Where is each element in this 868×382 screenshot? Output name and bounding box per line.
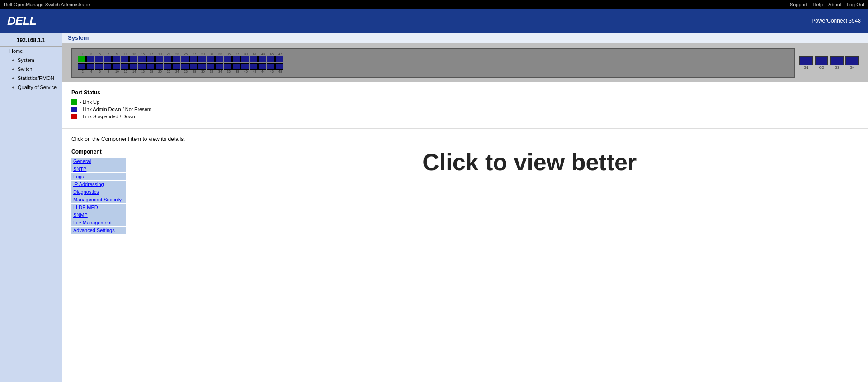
port-top-5[interactable] — [95, 56, 103, 62]
about-link[interactable]: About — [828, 2, 841, 7]
port-top-3[interactable] — [86, 56, 94, 62]
port-bottom-44[interactable] — [258, 63, 266, 70]
port-bottom-14[interactable] — [129, 63, 137, 70]
port-top-27[interactable] — [189, 56, 198, 62]
component-link-lldp-med[interactable]: LLDP MED — [71, 204, 126, 211]
port-top-13[interactable] — [129, 56, 137, 62]
port-top-25[interactable] — [181, 56, 189, 62]
port-top-23[interactable] — [172, 56, 180, 62]
sidebar: 192.168.1.1 − Home + System + Switch + S… — [0, 33, 62, 382]
port-bottom-4[interactable] — [86, 63, 94, 70]
port-bottom-12[interactable] — [121, 63, 129, 70]
port-num-top-11: 11 — [122, 52, 130, 56]
port-num-top-15: 15 — [139, 52, 147, 56]
port-top-15[interactable] — [138, 56, 146, 62]
port-bottom-40[interactable] — [241, 63, 249, 70]
port-bottom-20[interactable] — [155, 63, 163, 70]
port-top-11[interactable] — [121, 56, 129, 62]
statistics-expand-icon: + — [10, 75, 16, 81]
port-num-bottom-42: 42 — [250, 70, 259, 73]
port-bottom-28[interactable] — [189, 63, 198, 70]
status-suspended-down: - Link Suspended / Down — [71, 114, 859, 119]
page-title: System — [68, 34, 89, 41]
port-top-31[interactable] — [207, 56, 215, 62]
port-bottom-2[interactable] — [78, 63, 86, 70]
component-section: Click on the Component item to view its … — [62, 129, 868, 242]
port-top-33[interactable] — [215, 56, 223, 62]
port-num-bottom-28: 28 — [190, 70, 198, 73]
status-link-up: - Link Up — [71, 99, 859, 105]
port-bottom-6[interactable] — [95, 63, 103, 70]
port-num-bottom-22: 22 — [165, 70, 173, 73]
component-link-file-management[interactable]: File Management — [71, 219, 126, 226]
port-bottom-22[interactable] — [164, 63, 172, 70]
port-num-bottom-30: 30 — [199, 70, 207, 73]
port-bottom-16[interactable] — [138, 63, 146, 70]
port-top-39[interactable] — [241, 56, 249, 62]
component-links: GeneralSNTPLogsIP AddressingDiagnosticsM… — [71, 158, 859, 234]
sidebar-item-system[interactable]: + System — [0, 56, 62, 65]
port-bottom-30[interactable] — [198, 63, 206, 70]
port-num-bottom-34: 34 — [216, 70, 224, 73]
port-top-45[interactable] — [267, 56, 275, 62]
sidebar-item-statistics[interactable]: + Statistics/RMON — [0, 74, 62, 83]
port-bottom-38[interactable] — [232, 63, 241, 70]
component-link-diagnostics[interactable]: Diagnostics — [71, 188, 126, 196]
port-top-43[interactable] — [258, 56, 266, 62]
top-bar-links: Support Help About Log Out — [790, 2, 864, 7]
port-top-37[interactable] — [232, 56, 241, 62]
sidebar-item-qos[interactable]: + Quality of Service — [0, 83, 62, 92]
port-bottom-34[interactable] — [215, 63, 223, 70]
port-bottom-10[interactable] — [112, 63, 120, 70]
component-link-advanced-settings[interactable]: Advanced Settings — [71, 227, 126, 234]
component-link-snmp[interactable]: SNMP — [71, 211, 126, 219]
port-top-47[interactable] — [275, 56, 283, 62]
status-label-admin-down: - Link Admin Down / Not Present — [80, 107, 151, 112]
uplink-section: G1 G2 G3 G4 — [799, 56, 859, 70]
port-bottom-8[interactable] — [104, 63, 112, 70]
component-link-logs[interactable]: Logs — [71, 173, 126, 180]
uplink-label-g4: G4 — [850, 65, 855, 70]
ip-address[interactable]: 192.168.1.1 — [0, 34, 62, 47]
port-bottom-48[interactable] — [275, 63, 283, 70]
port-num-top-39: 39 — [242, 52, 250, 56]
sidebar-item-switch[interactable]: + Switch — [0, 65, 62, 74]
port-top-9[interactable] — [112, 56, 120, 62]
sidebar-item-home[interactable]: − Home — [0, 47, 62, 56]
port-bottom-42[interactable] — [250, 63, 258, 70]
port-top-17[interactable] — [146, 56, 155, 62]
port-num-top-21: 21 — [165, 52, 173, 56]
port-num-top-27: 27 — [190, 52, 198, 56]
port-top-21[interactable] — [164, 56, 172, 62]
port-top-19[interactable] — [155, 56, 163, 62]
port-bottom-26[interactable] — [181, 63, 189, 70]
component-link-sntp[interactable]: SNTP — [71, 165, 126, 172]
port-num-bottom-38: 38 — [233, 70, 241, 73]
port-bottom-46[interactable] — [267, 63, 275, 70]
port-status-title: Port Status — [71, 89, 859, 96]
port-top-29[interactable] — [198, 56, 206, 62]
home-label: Home — [9, 48, 23, 54]
help-link[interactable]: Help — [812, 2, 823, 7]
port-num-bottom-46: 46 — [268, 70, 276, 73]
port-top-1[interactable] — [78, 56, 86, 62]
port-bottom-36[interactable] — [224, 63, 232, 70]
port-top-41[interactable] — [250, 56, 258, 62]
port-bottom-24[interactable] — [172, 63, 180, 70]
port-bottom-32[interactable] — [207, 63, 215, 70]
port-bottom-18[interactable] — [146, 63, 155, 70]
port-num-top-9: 9 — [113, 52, 121, 56]
statistics-label: Statistics/RMON — [18, 75, 54, 81]
port-num-bottom-20: 20 — [156, 70, 164, 73]
component-title: Component — [71, 149, 859, 155]
logout-link[interactable]: Log Out — [847, 2, 864, 7]
dell-logo: DELL — [7, 14, 36, 28]
support-link[interactable]: Support — [790, 2, 807, 7]
component-link-general[interactable]: General — [71, 158, 126, 165]
port-num-top-5: 5 — [96, 52, 104, 56]
port-top-35[interactable] — [224, 56, 232, 62]
port-top-7[interactable] — [104, 56, 112, 62]
port-num-bottom-12: 12 — [122, 70, 130, 73]
component-link-management-security[interactable]: Management Security — [71, 196, 126, 203]
component-link-ip-addressing[interactable]: IP Addressing — [71, 181, 126, 188]
